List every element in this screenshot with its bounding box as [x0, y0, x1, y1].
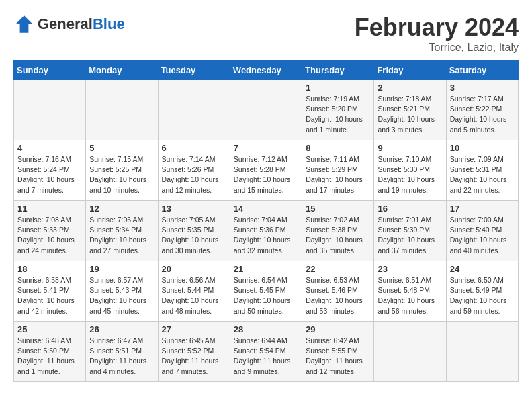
logo-blue: Blue [93, 15, 125, 32]
calendar-cell: 2Sunrise: 7:18 AM Sunset: 5:21 PM Daylig… [374, 80, 446, 140]
calendar-table: SundayMondayTuesdayWednesdayThursdayFrid… [13, 60, 519, 382]
day-info: Sunrise: 7:08 AM Sunset: 5:33 PM Dayligh… [17, 215, 82, 256]
day-info: Sunrise: 7:11 AM Sunset: 5:29 PM Dayligh… [306, 154, 370, 195]
calendar-cell: 22Sunrise: 6:53 AM Sunset: 5:46 PM Dayli… [302, 261, 374, 322]
title-block: February 2024 Torrice, Lazio, Italy [355, 13, 519, 54]
day-info: Sunrise: 6:42 AM Sunset: 5:55 PM Dayligh… [306, 336, 370, 377]
calendar-cell [446, 322, 518, 382]
day-number: 17 [450, 203, 515, 214]
day-info: Sunrise: 7:06 AM Sunset: 5:34 PM Dayligh… [89, 215, 154, 256]
calendar-cell: 1Sunrise: 7:19 AM Sunset: 5:20 PM Daylig… [302, 80, 374, 140]
header-day-monday: Monday [86, 61, 158, 80]
week-row-4: 18Sunrise: 6:58 AM Sunset: 5:41 PM Dayli… [14, 261, 519, 322]
calendar-cell: 14Sunrise: 7:04 AM Sunset: 5:36 PM Dayli… [230, 201, 302, 261]
day-info: Sunrise: 6:48 AM Sunset: 5:50 PM Dayligh… [17, 336, 82, 377]
calendar-cell: 18Sunrise: 6:58 AM Sunset: 5:41 PM Dayli… [14, 261, 86, 322]
day-number: 12 [89, 203, 154, 214]
calendar-body: 1Sunrise: 7:19 AM Sunset: 5:20 PM Daylig… [14, 80, 519, 382]
calendar-header-row: SundayMondayTuesdayWednesdayThursdayFrid… [14, 61, 519, 80]
day-info: Sunrise: 7:09 AM Sunset: 5:31 PM Dayligh… [450, 154, 515, 195]
calendar-cell: 29Sunrise: 6:42 AM Sunset: 5:55 PM Dayli… [302, 322, 374, 382]
day-info: Sunrise: 7:01 AM Sunset: 5:39 PM Dayligh… [378, 215, 442, 256]
calendar-cell: 24Sunrise: 6:50 AM Sunset: 5:49 PM Dayli… [446, 261, 518, 322]
header-day-sunday: Sunday [14, 61, 86, 80]
day-number: 20 [162, 264, 226, 274]
day-number: 4 [17, 143, 82, 153]
calendar-cell: 11Sunrise: 7:08 AM Sunset: 5:33 PM Dayli… [14, 201, 86, 261]
subtitle: Torrice, Lazio, Italy [355, 42, 519, 54]
day-number: 9 [378, 143, 442, 153]
day-number: 14 [234, 203, 298, 214]
calendar-cell: 9Sunrise: 7:10 AM Sunset: 5:30 PM Daylig… [374, 140, 446, 201]
calendar-cell: 8Sunrise: 7:11 AM Sunset: 5:29 PM Daylig… [302, 140, 374, 201]
day-number: 25 [17, 324, 82, 334]
day-number: 24 [450, 264, 515, 274]
day-number: 16 [378, 203, 442, 214]
calendar-cell: 5Sunrise: 7:15 AM Sunset: 5:25 PM Daylig… [86, 140, 158, 201]
day-info: Sunrise: 6:54 AM Sunset: 5:45 PM Dayligh… [234, 275, 298, 316]
day-number: 15 [306, 203, 370, 214]
calendar-cell: 27Sunrise: 6:45 AM Sunset: 5:52 PM Dayli… [158, 322, 230, 382]
calendar-cell: 17Sunrise: 7:00 AM Sunset: 5:40 PM Dayli… [446, 201, 518, 261]
day-number: 10 [450, 143, 515, 153]
day-info: Sunrise: 6:58 AM Sunset: 5:41 PM Dayligh… [17, 275, 82, 316]
calendar-cell [374, 322, 446, 382]
day-info: Sunrise: 7:17 AM Sunset: 5:22 PM Dayligh… [450, 94, 515, 135]
day-number: 23 [378, 264, 442, 274]
day-number: 27 [162, 324, 226, 334]
day-info: Sunrise: 7:02 AM Sunset: 5:38 PM Dayligh… [306, 215, 370, 256]
logo-general: General [38, 15, 93, 32]
calendar-cell: 13Sunrise: 7:05 AM Sunset: 5:35 PM Dayli… [158, 201, 230, 261]
calendar-cell: 21Sunrise: 6:54 AM Sunset: 5:45 PM Dayli… [230, 261, 302, 322]
day-number: 5 [89, 143, 154, 153]
day-info: Sunrise: 7:18 AM Sunset: 5:21 PM Dayligh… [378, 94, 442, 135]
header-day-saturday: Saturday [446, 61, 518, 80]
calendar-cell: 23Sunrise: 6:51 AM Sunset: 5:48 PM Dayli… [374, 261, 446, 322]
header-day-tuesday: Tuesday [158, 61, 230, 80]
calendar-cell: 28Sunrise: 6:44 AM Sunset: 5:54 PM Dayli… [230, 322, 302, 382]
day-info: Sunrise: 6:53 AM Sunset: 5:46 PM Dayligh… [306, 275, 370, 316]
week-row-2: 4Sunrise: 7:16 AM Sunset: 5:24 PM Daylig… [14, 140, 519, 201]
day-number: 22 [306, 264, 370, 274]
day-info: Sunrise: 6:47 AM Sunset: 5:51 PM Dayligh… [89, 336, 154, 377]
calendar-cell: 25Sunrise: 6:48 AM Sunset: 5:50 PM Dayli… [14, 322, 86, 382]
day-info: Sunrise: 6:44 AM Sunset: 5:54 PM Dayligh… [234, 336, 298, 377]
header-day-friday: Friday [374, 61, 446, 80]
calendar-cell: 3Sunrise: 7:17 AM Sunset: 5:22 PM Daylig… [446, 80, 518, 140]
day-info: Sunrise: 7:12 AM Sunset: 5:28 PM Dayligh… [234, 154, 298, 195]
page-header: GeneralBlue February 2024 Torrice, Lazio… [13, 13, 519, 54]
calendar-cell: 16Sunrise: 7:01 AM Sunset: 5:39 PM Dayli… [374, 201, 446, 261]
calendar-cell: 10Sunrise: 7:09 AM Sunset: 5:31 PM Dayli… [446, 140, 518, 201]
calendar-cell: 7Sunrise: 7:12 AM Sunset: 5:28 PM Daylig… [230, 140, 302, 201]
calendar-cell: 15Sunrise: 7:02 AM Sunset: 5:38 PM Dayli… [302, 201, 374, 261]
day-number: 13 [162, 203, 226, 214]
day-number: 8 [306, 143, 370, 153]
calendar-cell: 6Sunrise: 7:14 AM Sunset: 5:26 PM Daylig… [158, 140, 230, 201]
day-info: Sunrise: 7:16 AM Sunset: 5:24 PM Dayligh… [17, 154, 82, 195]
day-number: 2 [378, 83, 442, 93]
day-number: 18 [17, 264, 82, 274]
calendar-cell: 4Sunrise: 7:16 AM Sunset: 5:24 PM Daylig… [14, 140, 86, 201]
logo-icon [13, 13, 35, 35]
day-number: 6 [162, 143, 226, 153]
day-number: 28 [234, 324, 298, 334]
calendar-cell: 19Sunrise: 6:57 AM Sunset: 5:43 PM Dayli… [86, 261, 158, 322]
day-info: Sunrise: 7:10 AM Sunset: 5:30 PM Dayligh… [378, 154, 442, 195]
week-row-3: 11Sunrise: 7:08 AM Sunset: 5:33 PM Dayli… [14, 201, 519, 261]
day-info: Sunrise: 6:50 AM Sunset: 5:49 PM Dayligh… [450, 275, 515, 316]
day-number: 21 [234, 264, 298, 274]
day-info: Sunrise: 7:19 AM Sunset: 5:20 PM Dayligh… [306, 94, 370, 135]
day-number: 7 [234, 143, 298, 153]
calendar-cell [158, 80, 230, 140]
day-info: Sunrise: 7:05 AM Sunset: 5:35 PM Dayligh… [162, 215, 226, 256]
day-info: Sunrise: 7:14 AM Sunset: 5:26 PM Dayligh… [162, 154, 226, 195]
logo: GeneralBlue [13, 13, 125, 35]
calendar-cell [230, 80, 302, 140]
day-number: 26 [89, 324, 154, 334]
header-day-wednesday: Wednesday [230, 61, 302, 80]
day-info: Sunrise: 6:45 AM Sunset: 5:52 PM Dayligh… [162, 336, 226, 377]
day-info: Sunrise: 6:56 AM Sunset: 5:44 PM Dayligh… [162, 275, 226, 316]
day-info: Sunrise: 7:04 AM Sunset: 5:36 PM Dayligh… [234, 215, 298, 256]
day-info: Sunrise: 6:57 AM Sunset: 5:43 PM Dayligh… [89, 275, 154, 316]
day-number: 1 [306, 83, 370, 93]
